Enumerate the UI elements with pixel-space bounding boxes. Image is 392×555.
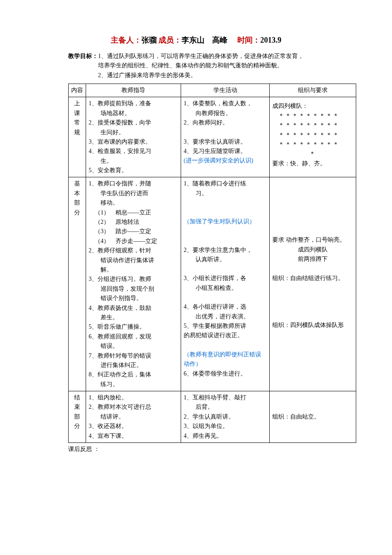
r1t4: 4、检查服装，安排见习 [89, 147, 178, 156]
hdr-teacher: 教师指导 [86, 84, 181, 97]
row2-teacher: 1、教师口令指挥，并随 学生队伍的行进而 移动。 （1） 稍息——立正 （2） … [86, 177, 181, 391]
row1-label-2: 常 [74, 118, 80, 127]
r2o-org2: 组织：四列横队成体操队形 [272, 321, 353, 330]
r1t5: 5、安全教育。 [89, 166, 178, 175]
r3s1b: 后背。 [184, 402, 267, 412]
r2s2: 2、要求学生注意力集中， [184, 246, 267, 255]
row2-student: 1、随着教师口令进行练 习。 （加强了学生对队列认识） 2、要求学生注意力集中，… [181, 177, 270, 391]
r3s1: 1、互相抖动手臂、敲打 [184, 393, 267, 402]
r2ts3: （3） 踏步——立定 [89, 227, 178, 236]
r1s1b: 向教师报告。 [184, 109, 267, 118]
r1o-req: 要求：快、静、齐。 [272, 159, 353, 168]
lesson-table: 内容 教师指导 学生活动 组织与要求 上 课 常 规 1、教师提前到场，准备 场… [68, 84, 356, 443]
row1-org: 成四列横队： ＊＊＊＊＊＊＊＊＊ ＊＊＊＊＊＊＊＊＊ ＊＊＊＊＊＊＊＊＊ ＊＊＊… [270, 97, 356, 177]
goal-line2: 2、通过广播操来培养学生的形体美。 [68, 71, 196, 80]
time-label: 时间： [237, 36, 260, 44]
r2t4b: 差生。 [89, 313, 178, 322]
r2s5b: 的易犯错误进行改正。 [184, 331, 267, 340]
row3-student: 1、互相抖动手臂、敲打 后背。 2、学生认真听讲。 3、以组为单位。 4、师生再… [181, 391, 270, 443]
row2-label-0: 基 [74, 179, 80, 188]
row3-teacher: 1、组内放松。 2、教师对本次可进行总 结讲评。 3、收还器材。 4、宣布下课。 [86, 391, 181, 443]
row2-label-3: 分 [74, 208, 80, 217]
time-value: 2013.9 [260, 36, 282, 44]
row2-label-1: 本 [74, 189, 80, 198]
table-header-row: 内容 教师指导 学生活动 组织与要求 [69, 84, 356, 97]
r3t4: 4、宣布下课。 [89, 431, 178, 441]
r2s-note2: （教师有意识的即使纠正错误动作） [184, 350, 267, 369]
row2-label: 基 本 部 分 [69, 177, 86, 391]
r1t3: 3、宣布课的内容要求。 [89, 137, 178, 147]
r2s1: 1、随着教师口令进行练 [184, 179, 267, 188]
goal-line1: 1、通过队列队形练习，可以培养学生正确的身体姿势，促进身体的正常发育， [98, 53, 304, 59]
r1s-note: (进一步强调对安全的认识) [184, 156, 267, 165]
prep-label: 主备人： [111, 36, 141, 44]
r2ts4: （4） 齐步走——立定 [89, 237, 178, 246]
r3s3: 3、以组为单位。 [184, 422, 267, 431]
r3t2b: 结讲评。 [89, 412, 178, 422]
row1-label: 上 课 常 规 [69, 97, 86, 177]
r2t3c: 错误个别指导。 [89, 294, 178, 303]
r2ts2: （2） 原地转法 [89, 217, 178, 227]
goal-label: 教学目标： [68, 53, 98, 59]
r2o-req1b: 成四列横队 [272, 245, 353, 254]
row-end: 结 束 部 分 1、组内放松。 2、教师对本次可进行总 结讲评。 3、收还器材。… [69, 391, 356, 443]
r1t1: 1、教师提前到场，准备 [89, 99, 178, 108]
row1-label-1: 课 [74, 109, 80, 118]
r2t1c: 移动。 [89, 198, 178, 208]
r1s3: 3、要求学生认真听讲。 [184, 137, 267, 147]
teaching-goal: 教学目标：1、通过队列队形练习，可以培养学生正确的身体姿势，促进身体的正常发育，… [68, 52, 324, 80]
row3-org: 组织：自由站立。 [270, 391, 356, 443]
r2s5: 5、学生要根据教师所讲 [184, 321, 267, 331]
row1-label-0: 上 [74, 99, 80, 108]
r2t7: 7、教师针对每节的错误 [89, 351, 178, 361]
r2o-org1: 组织：自由结组进行练习。 [272, 274, 353, 283]
r3t2: 2、教师对本次可进行总 [89, 402, 178, 412]
row3-label-0: 结 [74, 393, 80, 402]
r2s2b: 认真听讲。 [184, 255, 267, 264]
r1o-s2: ＊＊＊＊＊＊＊＊＊ [272, 121, 353, 130]
r1o-s1: ＊＊＊＊＊＊＊＊＊ [272, 111, 353, 121]
r1o1: 成四列横队： [272, 101, 353, 111]
r2t1: 1、教师口令指挥，并随 [89, 179, 178, 188]
r1o-s5: ＊ [272, 149, 353, 159]
row3-label-1: 束 [74, 402, 80, 412]
hdr-org: 组织与要求 [270, 84, 356, 97]
row1-label-3: 规 [74, 128, 80, 137]
r2t5: 5、听音乐做广播操。 [89, 322, 178, 332]
r2s6: 6、体委带领学生进行。 [184, 369, 267, 379]
row3-label: 结 束 部 分 [69, 391, 86, 443]
r2s-note1: （加强了学生对队列认识） [184, 217, 267, 226]
row2-org: 要求 动作整齐，口号响亮。 成四列横队 前两排蹲下 组织：自由结组进行练习。 组… [270, 177, 356, 391]
r2t7b: 进行集体纠正。 [89, 361, 178, 370]
r3t3: 3、收还器材。 [89, 422, 178, 431]
after-reflection: 课后反思 ： [68, 445, 324, 454]
prep-name: 张骝 [141, 36, 157, 44]
goal-line1b: 培养学生的组织性、纪律性、集体动作的能力和朝气蓬勃的精神面貌。 [68, 61, 283, 70]
r2t3: 3、分组进行练习。教师 [89, 275, 178, 284]
r1t2: 2、接受体委报数，向学 [89, 118, 178, 127]
r2t2b: 错误动作进行集体讲 [89, 256, 178, 265]
member-names: 李东山 高峰 [182, 36, 228, 44]
r3s2: 2、学生认真听讲。 [184, 412, 267, 422]
r2t8b: 练习。 [89, 380, 178, 389]
header-line: 主备人：张骝 成员：李东山 高峰 时间：2013.9 [68, 34, 324, 46]
row3-label-3: 分 [74, 422, 80, 431]
r2s3: 3、小组长进行指挥，各 [184, 274, 267, 283]
r2t8: 8、纠正动作之后，集体 [89, 370, 178, 379]
r1s2: 2、向教师问好。 [184, 118, 267, 127]
member-label: 成员： [159, 36, 182, 44]
r1s1: 1、体委整队，检查人数， [184, 99, 267, 108]
document-page: 主备人：张骝 成员：李东山 高峰 时间：2013.9 教学目标：1、通过队列队形… [34, 0, 358, 471]
r1t4b: 生。 [89, 156, 178, 166]
row-routine: 上 课 常 规 1、教师提前到场，准备 场地器材。 2、接受体委报数，向学 生问… [69, 97, 356, 177]
r2t4: 4、教师表扬优生，鼓励 [89, 304, 178, 313]
r1t1b: 场地器材。 [89, 109, 178, 118]
r2s4: 4、各小组进行讲评，选 [184, 302, 267, 312]
row1-student: 1、体委整队，检查人数， 向教师报告。 2、向教师问好。 3、要求学生认真听讲。… [181, 97, 270, 177]
row2-label-2: 部 [74, 198, 80, 208]
r1o-s4: ＊＊＊＊＊＊＊＊＊ [272, 140, 353, 149]
hdr-student: 学生活动 [181, 84, 270, 97]
r1s4: 4、见习生应随堂听课。 [184, 147, 267, 156]
r2s4b: 出优秀，进行表演。 [184, 312, 267, 321]
r3o1: 组织：自由站立。 [272, 412, 353, 422]
